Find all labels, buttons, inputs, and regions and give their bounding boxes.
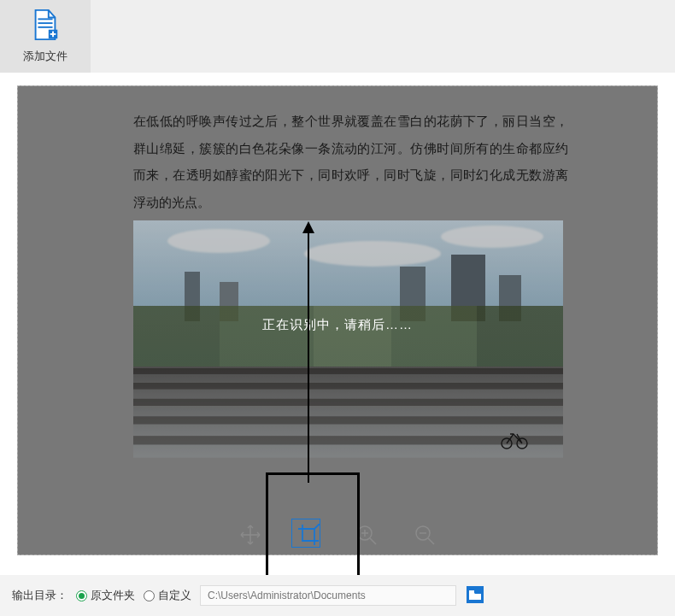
radio-custom-label: 自定义 [158,588,191,603]
browse-folder-button[interactable] [465,585,485,606]
move-icon [239,524,261,549]
top-toolbar: 添加文件 [0,0,675,73]
svg-rect-0 [38,18,52,20]
crop-icon [297,524,320,549]
add-file-button[interactable]: 添加文件 [0,0,91,73]
svg-rect-5 [50,33,56,35]
zoom-in-button[interactable] [353,522,380,549]
output-dir-label: 输出目录： [12,588,68,603]
move-button[interactable] [237,522,264,549]
bicycle-silhouette [500,429,529,449]
zoom-out-icon [414,524,436,549]
document-body: 在低低的呼唤声传过之后，整个世界就覆盖在雪白的花荫下了，丽日当空，群山绵延，簇簇… [133,108,573,472]
zoom-in-icon [355,524,378,549]
svg-rect-2 [38,26,52,28]
folder-icon [466,585,484,607]
zoom-out-button[interactable] [411,522,438,549]
document-paragraph: 在低低的呼唤声传过之后，整个世界就覆盖在雪白的花荫下了，丽日当空，群山绵延，簇簇… [133,108,573,215]
add-file-label: 添加文件 [23,49,68,64]
svg-rect-1 [38,22,52,24]
output-path-field[interactable]: C:\Users\Administrator\Documents [200,585,456,606]
svg-rect-11 [469,590,474,593]
radio-source-label: 原文件夹 [91,588,135,603]
viewer-controls [237,522,438,549]
status-message: 正在识别中，请稍后…… [18,317,657,333]
radio-source-folder[interactable]: 原文件夹 [76,588,135,603]
document-image [133,220,563,472]
content-area: 在低低的呼唤声传过之后，整个世界就覆盖在雪白的花荫下了，丽日当空，群山绵延，簇簇… [0,73,675,555]
footer-bar: 输出目录： 原文件夹 自定义 C:\Users\Administrator\Do… [0,575,675,616]
add-file-icon [32,9,59,44]
radio-custom-folder[interactable]: 自定义 [144,588,191,603]
document-canvas: 在低低的呼唤声传过之后，整个世界就覆盖在雪白的花荫下了，丽日当空，群山绵延，簇簇… [17,85,658,555]
crop-button[interactable] [295,522,322,549]
